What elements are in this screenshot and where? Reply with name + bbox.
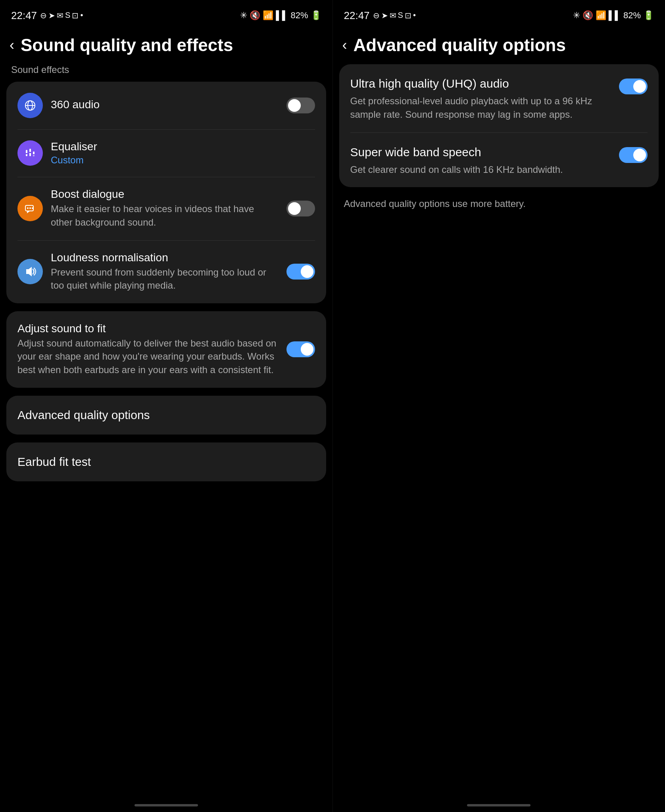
loudness-text: Loudness normalisation Prevent sound fro… [51,251,279,292]
page-title-right: Advanced quality options [354,36,566,55]
status-icons-right: ⊖ ➤ ✉ S ⊡ • [373,11,416,20]
right-phone-panel: 22:47 ⊖ ➤ ✉ S ⊡ • ✳ 🔇 📶 ▌▌ 82% 🔋 ‹ Advan… [333,0,665,812]
svg-rect-7 [29,152,31,153]
equaliser-text: Equaliser Custom [51,140,315,166]
adjust-sound-title: Adjust sound to fit [17,322,279,335]
advanced-quality-card: Ultra high quality (UHQ) audio Get profe… [339,64,659,187]
loudness-normalisation-row[interactable]: Loudness normalisation Prevent sound fro… [6,240,326,303]
adjust-sound-desc: Adjust sound automatically to deliver th… [17,337,279,377]
uhq-knob [633,80,646,93]
back-button-right[interactable]: ‹ [342,38,347,52]
battery-icon-left: 🔋 [311,10,321,21]
uhq-desc: Get professional-level audio playback wi… [350,94,605,121]
svg-marker-13 [26,267,32,276]
360-audio-title: 360 audio [51,98,279,111]
mute-icon: 🔇 [250,10,260,21]
super-wide-band-toggle[interactable] [619,147,648,163]
bluetooth-icon-r: ✳ [573,10,580,21]
super-wide-band-row[interactable]: Super wide band speech Get clearer sound… [339,133,659,188]
boost-dialogue-desc: Make it easier to hear voices in videos … [51,202,279,229]
samsung-icon-r: S [398,11,403,20]
equaliser-title: Equaliser [51,140,315,153]
left-status-bar: 22:47 ⊖ ➤ ✉ S ⊡ • ✳ 🔇 📶 ▌▌ 82% 🔋 [0,0,332,28]
dot-icon: • [80,11,83,20]
wifi-icon-r: 📶 [596,10,606,21]
battery-right: 82% [623,10,641,21]
loudness-title: Loudness normalisation [51,251,279,264]
signal-icon: ▌▌ [276,10,288,21]
bottom-indicator-right [467,804,530,806]
mute-icon-r: 🔇 [582,10,593,21]
notification-icon-r: ⊡ [405,11,411,20]
boost-dialogue-title: Boost dialogue [51,188,279,201]
svg-rect-6 [25,153,28,154]
svg-point-10 [27,207,29,209]
super-wide-band-desc: Get clearer sound on calls with 16 KHz b… [350,163,605,176]
samsung-icon: S [65,11,70,20]
uhq-toggle[interactable] [619,79,648,94]
adjust-sound-row[interactable]: Adjust sound to fit Adjust sound automat… [6,311,326,388]
notification-icon: ⊡ [72,11,79,20]
message-icon-r: ✉ [390,11,396,20]
right-page-header: ‹ Advanced quality options [333,28,665,64]
page-title-left: Sound quality and effects [21,36,233,55]
super-wide-band-text: Super wide band speech Get clearer sound… [350,146,605,176]
status-icons-left: ⊖ ➤ ✉ S ⊡ • [40,11,83,20]
location-icon-r: ➤ [381,11,388,20]
360-audio-icon [17,93,43,118]
earbud-fit-label: Earbud fit test [17,455,315,469]
time-left: 22:47 [11,10,37,22]
time-right: 22:47 [344,10,370,22]
equaliser-subtitle: Custom [51,155,315,166]
uhq-title: Ultra high quality (UHQ) audio [350,77,605,90]
super-wide-band-knob [633,149,646,161]
boost-dialogue-icon [17,196,43,221]
left-status-time: 22:47 ⊖ ➤ ✉ S ⊡ • [11,10,83,22]
adjust-sound-text: Adjust sound to fit Adjust sound automat… [17,322,279,377]
adjust-sound-card[interactable]: Adjust sound to fit Adjust sound automat… [6,311,326,388]
right-status-bar: 22:47 ⊖ ➤ ✉ S ⊡ • ✳ 🔇 📶 ▌▌ 82% 🔋 [333,0,665,28]
message-icon: ✉ [57,11,63,20]
360-audio-toggle[interactable] [286,98,315,113]
boost-dialogue-toggle[interactable] [286,201,315,216]
earbud-fit-test-nav[interactable]: Earbud fit test [6,442,326,481]
advanced-quality-nav[interactable]: Advanced quality options [6,396,326,435]
battery-note: Advanced quality options use more batter… [333,198,665,209]
svg-point-12 [32,207,33,209]
loudness-knob [301,265,313,278]
equaliser-icon [17,140,43,166]
wifi-icon: 📶 [263,10,273,21]
boost-dialogue-row[interactable]: Boost dialogue Make it easier to hear vo… [6,177,326,240]
boost-dialogue-text: Boost dialogue Make it easier to hear vo… [51,188,279,229]
uhq-row[interactable]: Ultra high quality (UHQ) audio Get profe… [339,64,659,132]
sound-effects-section-label: Sound effects [0,64,332,82]
loudness-icon [17,259,43,284]
equaliser-row[interactable]: Equaliser Custom [6,129,326,177]
sound-effects-card: 360 audio Equaliser Custom [6,82,326,303]
svg-rect-5 [33,151,35,156]
360-audio-text: 360 audio [51,98,279,113]
bluetooth-icon: ✳ [240,10,247,21]
battery-left: 82% [290,10,308,21]
minus-icon: ⊖ [40,11,47,20]
loudness-toggle[interactable] [286,264,315,280]
right-status-time: 22:47 ⊖ ➤ ✉ S ⊡ • [344,10,416,22]
left-phone-panel: 22:47 ⊖ ➤ ✉ S ⊡ • ✳ 🔇 📶 ▌▌ 82% 🔋 ‹ Sound… [0,0,332,812]
adjust-sound-toggle[interactable] [286,341,315,357]
minus-icon-r: ⊖ [373,11,380,20]
location-icon: ➤ [48,11,55,20]
360-audio-row[interactable]: 360 audio [6,82,326,129]
adjust-sound-knob [301,343,313,356]
loudness-desc: Prevent sound from suddenly becoming too… [51,266,279,292]
signal-icon-r: ▌▌ [609,10,621,21]
left-page-header: ‹ Sound quality and effects [0,28,332,64]
left-status-right: ✳ 🔇 📶 ▌▌ 82% 🔋 [240,10,321,21]
uhq-text: Ultra high quality (UHQ) audio Get profe… [350,77,605,121]
svg-point-11 [29,207,31,209]
right-status-right: ✳ 🔇 📶 ▌▌ 82% 🔋 [573,10,654,21]
advanced-quality-label: Advanced quality options [17,408,315,422]
dot-icon-r: • [413,11,416,20]
svg-rect-8 [33,154,35,155]
back-button-left[interactable]: ‹ [10,38,14,52]
bottom-indicator-left [135,804,198,806]
